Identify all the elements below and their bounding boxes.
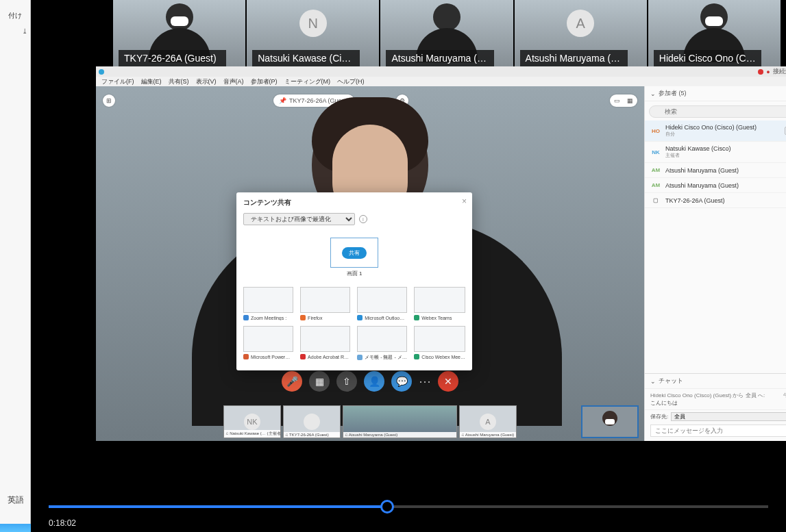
avatar: N [299, 10, 327, 37]
thumbnail[interactable]: A♫ Atsushi Maruyama (Guest) [459, 405, 517, 438]
chat-message: こんにちは [650, 399, 786, 407]
more-button[interactable]: ⋯ [419, 374, 431, 389]
camera-button[interactable]: ▦ [309, 371, 330, 392]
participant-initials: HO [650, 128, 661, 134]
optimize-select[interactable]: テキストおよび画像で最適化 [243, 213, 355, 225]
participant-row[interactable]: HOHideki Cisco Ono (Cisco) (Guest)自分 [645, 121, 786, 142]
send-to-select[interactable]: 全員 [671, 412, 786, 421]
participants-button[interactable]: 👤 [364, 371, 384, 392]
os-side-panel: 付け ⤓ 英語 [0, 0, 31, 532]
participant-name: Atsushi Maruyama (Guest) [665, 167, 786, 174]
thumbnail-caption: ♫ Natsuki Kawase (… (主催者、内容) [224, 430, 280, 438]
webex-titlebar: ● 接続済み × [96, 66, 786, 77]
avatar: A [567, 10, 594, 37]
participant-name: Hideki Cisco Ono (Cisco) (Guest)自分 [665, 124, 779, 138]
close-icon[interactable]: × [462, 197, 467, 206]
right-panel: ⌄ 参加者 (5) × HOHideki Cisco Ono (Cisco) (… [644, 86, 786, 441]
participant-search-input[interactable] [649, 105, 786, 118]
layout-button[interactable]: ⊞ [103, 94, 115, 107]
share-app-item[interactable]: Adobe Acrobat R… [300, 326, 350, 361]
participant-name: Natsuki Kawase (Cisco)主催者 [665, 145, 786, 159]
menu-item[interactable]: 共有(S) [169, 77, 189, 86]
screen-1-preview[interactable]: 共有 画面 1 [330, 238, 378, 277]
thumbnail[interactable]: ♫ Atsushi Maruyama (Guest) [343, 405, 457, 438]
chat-header[interactable]: ⌄ チャット × [645, 374, 786, 389]
participant-initials: ▢ [650, 197, 661, 203]
participant-name: TKY7-26-26A (Guest) [665, 197, 786, 204]
thumbnail[interactable]: ♫ TKY7-26-26A (Guest) [283, 405, 341, 438]
info-icon[interactable]: i [359, 215, 367, 223]
chat-input[interactable] [650, 425, 786, 437]
thumbnail-caption: ♫ Atsushi Maruyama (Guest) [343, 432, 456, 438]
elapsed-time: 0:18:02 [49, 518, 76, 528]
menu-item[interactable]: ミーティング(M) [284, 77, 331, 86]
share-app-item[interactable]: Microsoft Outloo… [357, 287, 407, 320]
thumbnail-caption: ♫ Atsushi Maruyama (Guest) [460, 432, 516, 438]
tile-label: TKY7-26-26A (Guest) [119, 50, 226, 66]
menu-item[interactable]: ファイル(F) [101, 77, 134, 86]
tile-label: Atsushi Maruyama (Gue [386, 50, 493, 66]
share-app-item[interactable]: Webex Teams [414, 287, 465, 320]
filmstrip-tile[interactable]: AAtsushi Maruyama (Gue [515, 0, 647, 66]
share-dialog-title: コンテンツ共有 [243, 198, 465, 207]
menu-item[interactable]: 表示(V) [196, 77, 217, 86]
connection-status: 接続済み [773, 67, 786, 76]
share-button[interactable]: ⇧ [336, 371, 357, 392]
taskbar-edge [0, 524, 31, 532]
view-switch-group[interactable]: ▭ ▦ [610, 94, 637, 107]
seek-progress [49, 505, 387, 508]
record-icon [758, 69, 763, 75]
share-app-item[interactable]: Firefox [300, 287, 350, 320]
grid-icon[interactable]: ▦ [627, 97, 633, 104]
participants-header[interactable]: ⌄ 参加者 (5) × [645, 86, 786, 101]
participant-initials: AM [650, 167, 661, 173]
seek-track[interactable] [49, 505, 768, 508]
ime-language[interactable]: 英語 [0, 494, 31, 506]
webex-menubar[interactable]: ファイル(F)編集(E)共有(S)表示(V)音声(A)参加者(P)ミーティング(… [96, 77, 786, 86]
chevron-down-icon: ⌄ [650, 90, 656, 97]
meeting-control-bar: 🎤 ▦ ⇧ 👤 💬 ⋯ ✕ [282, 371, 458, 392]
participant-row[interactable]: NKNatsuki Kawase (Cisco)主催者 [645, 142, 786, 163]
chat-button[interactable]: 💬 [391, 371, 412, 392]
menu-item[interactable]: 参加者(P) [251, 77, 278, 86]
main-video-area: あなたのミーティングウィンドウ… ⊞ 📌TKY7-26-26A (Guest) … [96, 86, 644, 441]
dropdown-glyph: ⤓ [0, 27, 30, 35]
attach-label: 付け [0, 11, 30, 21]
menu-item[interactable]: 音声(A) [223, 77, 244, 86]
participant-row[interactable]: AMAtsushi Maruyama (Guest)📷 [645, 163, 786, 178]
share-action-button[interactable]: 共有 [342, 247, 367, 259]
menu-item[interactable]: ヘルプ(H) [337, 77, 365, 86]
filmstrip-tile[interactable]: Hideki Cisco Ono (Cisco [648, 0, 781, 66]
filmstrip-tile[interactable]: NNatsuki Kawase (Cisco) [247, 0, 379, 66]
video-player-bar: 0:18:02 [31, 441, 786, 532]
participant-initials: NK [650, 149, 661, 155]
participant-initials: AM [650, 182, 661, 188]
thumbnail-row: NK♫ Natsuki Kawase (… (主催者、内容)♫ TKY7-26-… [223, 405, 517, 438]
filmstrip-tile[interactable]: Atsushi Maruyama (Gue [380, 0, 513, 66]
tile-label: Hideki Cisco Ono (Cisco [654, 50, 761, 66]
chevron-down-icon: ⌄ [650, 378, 656, 385]
menu-item[interactable]: 編集(E) [141, 77, 162, 86]
thumbnail-caption: ♫ TKY7-26-26A (Guest) [284, 432, 340, 438]
tile-label: Natsuki Kawase (Cisco) [252, 50, 360, 66]
app-window-grid: Zoom Meetings :FirefoxMicrosoft Outloo…W… [243, 287, 465, 361]
thumbnail[interactable]: NK♫ Natsuki Kawase (… (主催者、内容) [223, 405, 281, 438]
send-to-label: 保存先: [650, 413, 668, 420]
webex-app-icon [99, 69, 104, 75]
share-content-dialog: コンテンツ共有 × テキストおよび画像で最適化 i 共有 画面 1 Zoom M… [236, 192, 472, 370]
participant-row[interactable]: AMAtsushi Maruyama (Guest)📷 [645, 178, 786, 193]
screen-icon[interactable]: ▭ [614, 97, 620, 104]
share-app-item[interactable]: Cisco Webex Mee… [414, 326, 465, 361]
seek-knob[interactable] [380, 500, 394, 514]
share-app-item[interactable]: Microsoft Power… [243, 326, 293, 361]
end-call-button[interactable]: ✕ [438, 371, 458, 392]
participant-name: Atsushi Maruyama (Guest) [665, 182, 786, 189]
mute-button[interactable]: 🎤 [282, 371, 302, 392]
self-view[interactable] [581, 405, 639, 438]
share-app-item[interactable]: Zoom Meetings : [243, 287, 293, 320]
filmstrip-tile[interactable]: TKY7-26-26A (Guest) [113, 0, 245, 66]
chat-log: Hideki Cisco Ono (Cisco) (Guest) から 全員 へ… [645, 389, 786, 409]
share-app-item[interactable]: メモ帳 - 無題 - メ… [357, 326, 407, 361]
participant-list: HOHideki Cisco Ono (Cisco) (Guest)自分NKNa… [645, 121, 786, 208]
participant-row[interactable]: ▢TKY7-26-26A (Guest)📷 [645, 193, 786, 208]
